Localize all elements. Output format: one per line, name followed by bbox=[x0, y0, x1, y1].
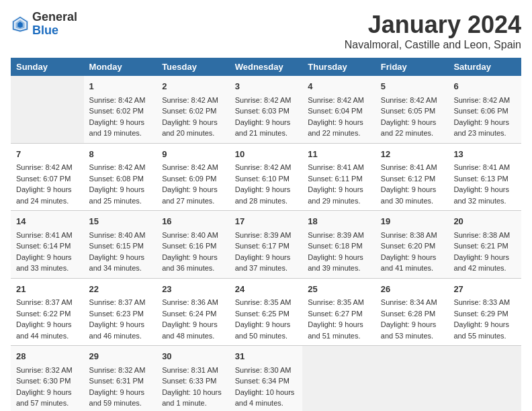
calendar-cell bbox=[448, 346, 521, 412]
header-row: SundayMondayTuesdayWednesdayThursdayFrid… bbox=[11, 58, 521, 76]
day-number: 9 bbox=[162, 148, 224, 161]
day-info: Sunrise: 8:42 AM Sunset: 6:10 PM Dayligh… bbox=[235, 163, 292, 205]
day-number: 12 bbox=[381, 148, 443, 161]
day-info: Sunrise: 8:37 AM Sunset: 6:23 PM Dayligh… bbox=[89, 298, 146, 340]
day-number: 19 bbox=[381, 215, 443, 228]
logo-general-text: General bbox=[32, 10, 77, 24]
day-number: 27 bbox=[453, 283, 516, 296]
location: Navalmoral, Castille and Leon, Spain bbox=[345, 39, 521, 51]
day-info: Sunrise: 8:35 AM Sunset: 6:25 PM Dayligh… bbox=[235, 298, 292, 340]
day-info: Sunrise: 8:38 AM Sunset: 6:21 PM Dayligh… bbox=[453, 231, 510, 273]
day-info: Sunrise: 8:42 AM Sunset: 6:06 PM Dayligh… bbox=[453, 96, 510, 138]
calendar-cell: 13Sunrise: 8:41 AM Sunset: 6:13 PM Dayli… bbox=[448, 143, 521, 211]
day-info: Sunrise: 8:35 AM Sunset: 6:27 PM Dayligh… bbox=[308, 298, 364, 340]
day-info: Sunrise: 8:39 AM Sunset: 6:18 PM Dayligh… bbox=[308, 231, 364, 273]
calendar-body: 1Sunrise: 8:42 AM Sunset: 6:02 PM Daylig… bbox=[11, 76, 521, 411]
title-block: January 2024 Navalmoral, Castille and Le… bbox=[345, 11, 521, 51]
day-number: 25 bbox=[308, 283, 370, 296]
day-info: Sunrise: 8:42 AM Sunset: 6:04 PM Dayligh… bbox=[308, 96, 364, 138]
day-info: Sunrise: 8:32 AM Sunset: 6:31 PM Dayligh… bbox=[89, 366, 146, 408]
day-info: Sunrise: 8:42 AM Sunset: 6:07 PM Dayligh… bbox=[16, 163, 73, 205]
calendar-cell: 16Sunrise: 8:40 AM Sunset: 6:16 PM Dayli… bbox=[157, 211, 230, 279]
calendar-cell: 30Sunrise: 8:31 AM Sunset: 6:33 PM Dayli… bbox=[157, 346, 230, 412]
calendar-cell: 27Sunrise: 8:33 AM Sunset: 6:29 PM Dayli… bbox=[448, 278, 521, 346]
day-number: 11 bbox=[308, 148, 370, 161]
week-row: 14Sunrise: 8:41 AM Sunset: 6:14 PM Dayli… bbox=[11, 211, 521, 279]
calendar-cell: 15Sunrise: 8:40 AM Sunset: 6:15 PM Dayli… bbox=[84, 211, 157, 279]
day-info: Sunrise: 8:42 AM Sunset: 6:02 PM Dayligh… bbox=[89, 96, 146, 138]
day-info: Sunrise: 8:32 AM Sunset: 6:30 PM Dayligh… bbox=[16, 366, 73, 408]
day-info: Sunrise: 8:30 AM Sunset: 6:34 PM Dayligh… bbox=[235, 366, 295, 408]
week-row: 1Sunrise: 8:42 AM Sunset: 6:02 PM Daylig… bbox=[11, 76, 521, 143]
calendar-cell bbox=[375, 346, 449, 412]
column-header-sunday: Sunday bbox=[11, 58, 84, 76]
day-info: Sunrise: 8:42 AM Sunset: 6:02 PM Dayligh… bbox=[162, 96, 218, 138]
calendar-cell: 5Sunrise: 8:42 AM Sunset: 6:05 PM Daylig… bbox=[375, 76, 449, 143]
day-number: 17 bbox=[235, 215, 298, 228]
day-info: Sunrise: 8:41 AM Sunset: 6:14 PM Dayligh… bbox=[16, 231, 73, 273]
day-number: 22 bbox=[89, 283, 152, 296]
month-title: January 2024 bbox=[345, 11, 521, 39]
calendar-cell: 9Sunrise: 8:42 AM Sunset: 6:09 PM Daylig… bbox=[157, 143, 230, 211]
day-number: 13 bbox=[453, 148, 516, 161]
calendar-table: SundayMondayTuesdayWednesdayThursdayFrid… bbox=[11, 58, 521, 411]
calendar-cell: 2Sunrise: 8:42 AM Sunset: 6:02 PM Daylig… bbox=[157, 76, 230, 143]
day-info: Sunrise: 8:42 AM Sunset: 6:08 PM Dayligh… bbox=[89, 163, 146, 205]
calendar-cell: 7Sunrise: 8:42 AM Sunset: 6:07 PM Daylig… bbox=[11, 143, 84, 211]
calendar-cell: 24Sunrise: 8:35 AM Sunset: 6:25 PM Dayli… bbox=[230, 278, 303, 346]
week-row: 7Sunrise: 8:42 AM Sunset: 6:07 PM Daylig… bbox=[11, 143, 521, 211]
day-info: Sunrise: 8:41 AM Sunset: 6:11 PM Dayligh… bbox=[308, 163, 364, 205]
day-info: Sunrise: 8:39 AM Sunset: 6:17 PM Dayligh… bbox=[235, 231, 292, 273]
day-number: 1 bbox=[89, 80, 152, 93]
page-header: General Blue January 2024 Navalmoral, Ca… bbox=[11, 11, 521, 51]
day-info: Sunrise: 8:40 AM Sunset: 6:16 PM Dayligh… bbox=[162, 231, 218, 273]
day-info: Sunrise: 8:41 AM Sunset: 6:13 PM Dayligh… bbox=[453, 163, 510, 205]
column-header-monday: Monday bbox=[84, 58, 157, 76]
week-row: 21Sunrise: 8:37 AM Sunset: 6:22 PM Dayli… bbox=[11, 278, 521, 346]
calendar-cell: 26Sunrise: 8:34 AM Sunset: 6:28 PM Dayli… bbox=[375, 278, 449, 346]
day-info: Sunrise: 8:36 AM Sunset: 6:24 PM Dayligh… bbox=[162, 298, 218, 340]
day-number: 20 bbox=[453, 215, 516, 228]
day-info: Sunrise: 8:42 AM Sunset: 6:09 PM Dayligh… bbox=[162, 163, 218, 205]
calendar-cell: 4Sunrise: 8:42 AM Sunset: 6:04 PM Daylig… bbox=[302, 76, 375, 143]
calendar-cell: 25Sunrise: 8:35 AM Sunset: 6:27 PM Dayli… bbox=[302, 278, 375, 346]
day-info: Sunrise: 8:41 AM Sunset: 6:12 PM Dayligh… bbox=[381, 163, 437, 205]
calendar-cell bbox=[11, 76, 84, 143]
day-info: Sunrise: 8:34 AM Sunset: 6:28 PM Dayligh… bbox=[381, 298, 437, 340]
calendar-cell: 3Sunrise: 8:42 AM Sunset: 6:03 PM Daylig… bbox=[230, 76, 303, 143]
week-row: 28Sunrise: 8:32 AM Sunset: 6:30 PM Dayli… bbox=[11, 346, 521, 412]
day-number: 10 bbox=[235, 148, 298, 161]
calendar-cell: 14Sunrise: 8:41 AM Sunset: 6:14 PM Dayli… bbox=[11, 211, 84, 279]
column-header-saturday: Saturday bbox=[448, 58, 521, 76]
column-header-friday: Friday bbox=[375, 58, 449, 76]
logo-blue-text: Blue bbox=[32, 24, 58, 37]
calendar-cell: 22Sunrise: 8:37 AM Sunset: 6:23 PM Dayli… bbox=[84, 278, 157, 346]
calendar-cell: 12Sunrise: 8:41 AM Sunset: 6:12 PM Dayli… bbox=[375, 143, 449, 211]
column-header-wednesday: Wednesday bbox=[230, 58, 303, 76]
day-number: 18 bbox=[308, 215, 370, 228]
calendar-header: SundayMondayTuesdayWednesdayThursdayFrid… bbox=[11, 58, 521, 76]
day-number: 7 bbox=[16, 148, 79, 161]
calendar-cell: 17Sunrise: 8:39 AM Sunset: 6:17 PM Dayli… bbox=[230, 211, 303, 279]
day-number: 21 bbox=[16, 283, 79, 296]
day-info: Sunrise: 8:42 AM Sunset: 6:03 PM Dayligh… bbox=[235, 96, 292, 138]
calendar-cell: 18Sunrise: 8:39 AM Sunset: 6:18 PM Dayli… bbox=[302, 211, 375, 279]
day-number: 16 bbox=[162, 215, 224, 228]
day-number: 30 bbox=[162, 350, 224, 363]
day-number: 4 bbox=[308, 80, 370, 93]
day-number: 3 bbox=[235, 80, 298, 93]
day-number: 8 bbox=[89, 148, 152, 161]
day-info: Sunrise: 8:38 AM Sunset: 6:20 PM Dayligh… bbox=[381, 231, 437, 273]
calendar-cell: 8Sunrise: 8:42 AM Sunset: 6:08 PM Daylig… bbox=[84, 143, 157, 211]
day-number: 29 bbox=[89, 350, 152, 363]
calendar-cell: 29Sunrise: 8:32 AM Sunset: 6:31 PM Dayli… bbox=[84, 346, 157, 412]
logo-text: General Blue bbox=[32, 11, 77, 38]
day-number: 31 bbox=[235, 350, 298, 363]
column-header-thursday: Thursday bbox=[302, 58, 375, 76]
calendar-cell: 23Sunrise: 8:36 AM Sunset: 6:24 PM Dayli… bbox=[157, 278, 230, 346]
logo: General Blue bbox=[11, 11, 77, 38]
day-number: 2 bbox=[162, 80, 224, 93]
day-number: 15 bbox=[89, 215, 152, 228]
calendar-cell: 31Sunrise: 8:30 AM Sunset: 6:34 PM Dayli… bbox=[230, 346, 303, 412]
calendar-cell: 10Sunrise: 8:42 AM Sunset: 6:10 PM Dayli… bbox=[230, 143, 303, 211]
